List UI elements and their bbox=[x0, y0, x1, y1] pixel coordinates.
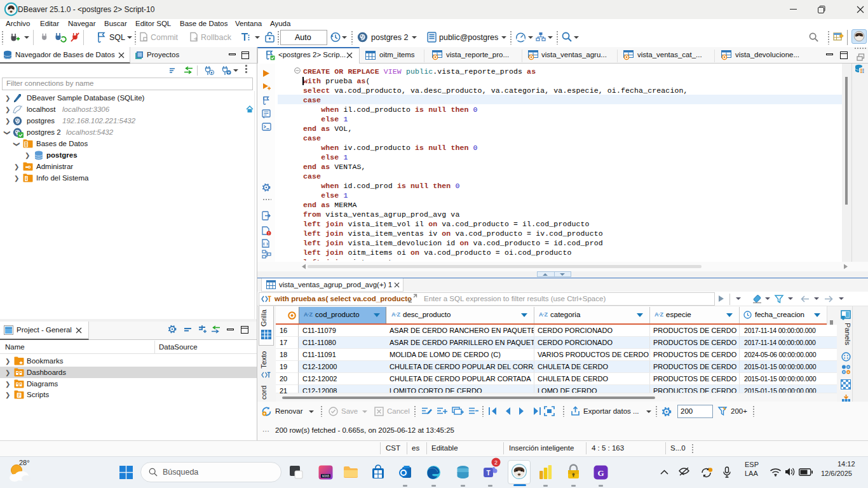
svg-text:G: G bbox=[597, 468, 604, 478]
svg-text:M365: M365 bbox=[322, 475, 330, 478]
svg-text:T: T bbox=[486, 470, 490, 477]
svg-text:2: 2 bbox=[494, 459, 498, 466]
